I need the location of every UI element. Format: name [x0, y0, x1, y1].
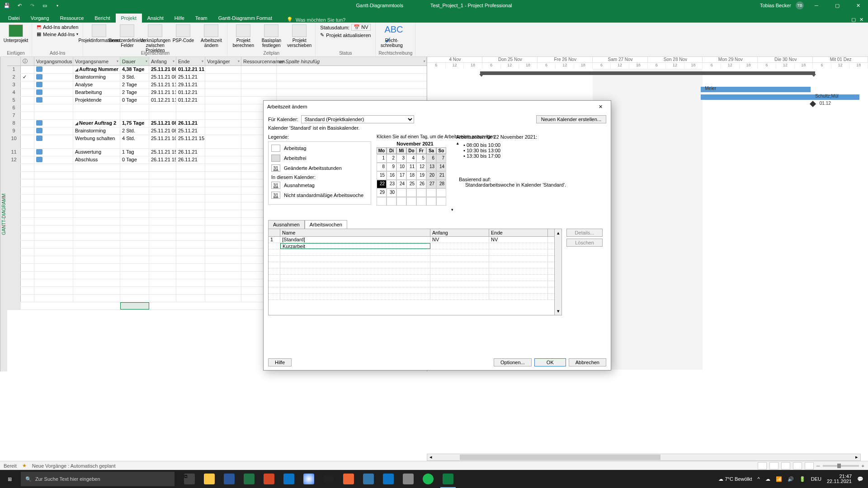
undo-icon[interactable]: ↶ — [14, 0, 24, 10]
tab-team[interactable]: Team — [190, 14, 213, 23]
table-scrollbar[interactable]: ▴▾ — [555, 229, 562, 315]
save-icon[interactable]: 💾 — [2, 0, 12, 10]
calendar-day[interactable]: 30 — [387, 188, 396, 197]
calendar-day[interactable]: 9 — [387, 163, 396, 171]
dialog-close-button[interactable]: ✕ — [594, 102, 607, 111]
col-resources[interactable]: Ressourcennamen▾ — [241, 57, 277, 66]
taskbar-search[interactable]: 🔍Zur Suche Text hier eingeben — [21, 472, 175, 486]
help-button[interactable]: Hilfe — [268, 358, 292, 366]
powerpoint-icon[interactable] — [259, 470, 278, 488]
table-row[interactable]: 1 [Standard] NV NV — [269, 237, 554, 243]
change-working-time-button[interactable]: Arbeitszeit ändern — [198, 23, 224, 48]
view-strip-label[interactable]: GANTT-DIAGRAMM — [0, 57, 7, 371]
excel-icon[interactable] — [240, 470, 259, 488]
get-addins-button[interactable]: ⬒Add-Ins abrufen — [35, 23, 80, 30]
custom-fields-button[interactable]: Benutzerdefinierte Felder — [114, 23, 140, 48]
view-gantt-icon[interactable] — [758, 462, 767, 469]
calendar-day[interactable]: 28 — [436, 180, 446, 188]
calendar-day[interactable]: 2 — [387, 154, 396, 163]
update-project-button[interactable]: ✎Projekt aktualisieren — [318, 32, 373, 38]
calendar-day[interactable]: 12 — [416, 163, 426, 171]
task-bar[interactable] — [701, 87, 811, 92]
qat-more-icon[interactable]: ▾ — [52, 0, 62, 10]
calendar-day[interactable]: 3 — [396, 154, 406, 163]
col-end[interactable]: Ende▾ — [176, 57, 205, 66]
col-name[interactable]: Vorgangsname▾ — [73, 57, 120, 66]
notifications-icon[interactable]: 💬 — [857, 476, 863, 482]
zoom-in-icon[interactable]: + — [862, 463, 864, 469]
weather-widget[interactable]: ☁ 7°C Bewölkt — [718, 476, 752, 482]
calendar-day[interactable]: 25 — [406, 180, 416, 188]
close-button[interactable]: ✕ — [850, 1, 866, 10]
calendar-day[interactable]: 15 — [377, 171, 387, 180]
milestone-icon[interactable] — [810, 101, 816, 107]
calendar-day[interactable]: 22 — [377, 180, 387, 188]
calendar-day[interactable]: 16 — [387, 171, 396, 180]
set-baseline-button[interactable]: Basisplan festlegen — [258, 23, 284, 48]
maximize-button[interactable]: ▢ — [829, 1, 845, 10]
minimize-button[interactable]: ─ — [808, 1, 825, 10]
edge-icon[interactable] — [279, 470, 298, 488]
tab-vorgang[interactable]: Vorgang — [25, 14, 55, 23]
new-calendar-button[interactable]: Neuen Kalender erstellen... — [536, 115, 606, 123]
status-date-row[interactable]: Statusdatum: 📅 NV — [318, 23, 373, 31]
col-start[interactable]: Anfang▾ — [149, 57, 176, 66]
tab-ansicht[interactable]: Ansicht — [142, 14, 169, 23]
calendar-day[interactable]: 8 — [377, 163, 387, 171]
col-add-new[interactable]: ue Spalte hinzufüg▾ — [277, 57, 427, 66]
calendar-day[interactable]: 18 — [406, 171, 416, 180]
col-indicators[interactable]: ⓘ — [21, 57, 34, 66]
calendar-select[interactable]: Standard (Projektkalender) — [301, 115, 414, 123]
app-icon[interactable] — [399, 470, 418, 488]
zoom-out-icon[interactable]: ─ — [816, 463, 820, 469]
cancel-button[interactable]: Abbrechen — [569, 358, 606, 366]
language-indicator[interactable]: DEU — [811, 476, 821, 482]
calendar-day[interactable]: 21 — [436, 171, 446, 180]
chrome-icon[interactable] — [299, 470, 318, 488]
scroll-right-icon[interactable]: ▸ — [853, 454, 860, 460]
word-icon[interactable] — [220, 470, 239, 488]
tab-workweeks[interactable]: Arbeitswochen — [305, 220, 347, 229]
calendar-day[interactable]: 13 — [426, 163, 436, 171]
wifi-icon[interactable]: 📶 — [776, 476, 782, 482]
calendar-day[interactable]: 19 — [416, 171, 426, 180]
calendar-day[interactable]: 1 — [377, 154, 387, 163]
onedrive-icon[interactable]: ☁ — [765, 476, 770, 482]
scroll-left-icon[interactable]: ◂ — [427, 454, 434, 460]
move-project-button[interactable]: Projekt verschieben — [286, 23, 312, 48]
close-document-icon[interactable]: ✕ — [859, 17, 863, 23]
touch-mode-icon[interactable]: ▭ — [40, 0, 50, 10]
view-calendar-icon[interactable] — [793, 462, 802, 469]
col-mode[interactable]: Vorgangsmodus▾ — [34, 57, 73, 66]
edge-icon[interactable] — [379, 470, 398, 488]
col-duration[interactable]: Dauer▾ — [120, 57, 149, 66]
tab-gantt-format[interactable]: Gantt-Diagramm Format — [213, 14, 278, 23]
task-view-icon[interactable]: ⧉ — [180, 470, 199, 488]
app-icon[interactable] — [339, 470, 358, 488]
delete-button[interactable]: Löschen — [566, 239, 603, 247]
table-row[interactable]: 2✓Brainstorming3 Std.25.11.21 08:025.11.… — [7, 74, 427, 81]
calendar-day[interactable]: 7 — [436, 154, 446, 163]
view-usage-icon[interactable] — [769, 462, 778, 469]
ribbon-display-options-icon[interactable]: ▢ — [851, 17, 856, 23]
psp-code-button[interactable]: PSP-Code — [170, 23, 196, 43]
table-row[interactable]: 4Bearbeitung2 Tage29.11.21 11:301.12.21 — [7, 89, 427, 97]
my-addins-button[interactable]: ▦Meine Add-Ins▾ — [35, 31, 80, 38]
scroll-down-icon[interactable]: ▾ — [557, 308, 560, 314]
calendar-day[interactable]: 24 — [396, 180, 406, 188]
volume-icon[interactable]: 🔊 — [788, 476, 794, 482]
spellcheck-button[interactable]: ABC✓Recht-schreibung — [378, 23, 405, 48]
table-row[interactable]: 1◢Auftrag Nummer 14,38 Tage25.11.21 08:0… — [7, 66, 427, 74]
ok-button[interactable]: OK — [534, 358, 566, 366]
tab-projekt[interactable]: Projekt — [116, 14, 142, 23]
month-up-icon[interactable]: ▴ — [457, 141, 459, 145]
calendar-day[interactable]: 11 — [406, 163, 416, 171]
calendar-day[interactable]: 6 — [426, 154, 436, 163]
workweeks-table[interactable]: Name Anfang Ende 1 [Standard] NV NV Kurz… — [268, 229, 555, 315]
links-button[interactable]: Verknüpfungen zwischen Projekten — [142, 23, 168, 53]
calendar-day[interactable]: 27 — [426, 180, 436, 188]
tray-chevron-icon[interactable]: ^ — [758, 476, 760, 482]
summary-bar[interactable] — [480, 71, 815, 75]
redo-icon[interactable]: ↷ — [27, 0, 37, 10]
table-row[interactable]: 3Analyse2 Tage25.11.21 11:029.11.21 — [7, 81, 427, 89]
